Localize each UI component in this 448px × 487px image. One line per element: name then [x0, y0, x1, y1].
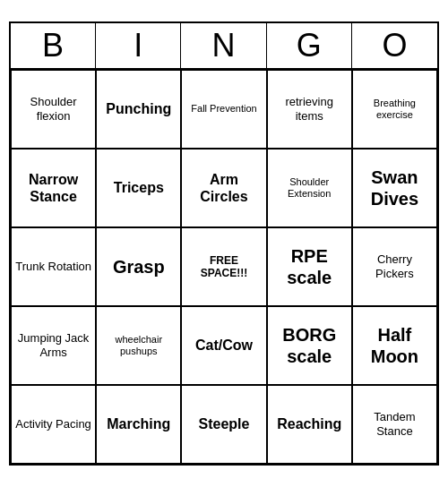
bingo-cell-2: Fall Prevention [181, 70, 266, 149]
bingo-cell-14: Cherry Pickers [352, 227, 437, 306]
header-letter-b: B [11, 23, 96, 68]
bingo-cell-6: Triceps [96, 149, 181, 227]
bingo-cell-9: Swan Dives [352, 149, 437, 227]
bingo-cell-4: Breathing exercise [352, 70, 437, 149]
bingo-header: BINGO [11, 23, 437, 70]
bingo-cell-8: Shoulder Extension [267, 149, 352, 227]
bingo-cell-16: wheelchair pushups [96, 306, 181, 385]
bingo-cell-12: FREE SPACE!!! [181, 227, 266, 306]
bingo-cell-17: Cat/Cow [181, 306, 266, 385]
bingo-cell-5: Narrow Stance [11, 149, 96, 227]
header-letter-i: I [96, 23, 181, 68]
bingo-cell-0: Shoulder flexion [11, 70, 96, 149]
bingo-cell-11: Grasp [96, 227, 181, 306]
bingo-grid: Shoulder flexionPunchingFall Preventionr… [11, 70, 437, 464]
bingo-cell-10: Trunk Rotation [11, 227, 96, 306]
bingo-cell-21: Marching [96, 385, 181, 464]
bingo-cell-1: Punching [96, 70, 181, 149]
bingo-cell-3: retrieving items [267, 70, 352, 149]
bingo-cell-20: Activity Pacing [11, 385, 96, 464]
bingo-cell-22: Steeple [181, 385, 266, 464]
header-letter-n: N [181, 23, 266, 68]
bingo-cell-24: Tandem Stance [352, 385, 437, 464]
header-letter-g: G [267, 23, 352, 68]
bingo-cell-18: BORG scale [267, 306, 352, 385]
bingo-card: BINGO Shoulder flexionPunchingFall Preve… [9, 21, 439, 466]
bingo-cell-23: Reaching [267, 385, 352, 464]
bingo-cell-19: Half Moon [352, 306, 437, 385]
header-letter-o: O [352, 23, 437, 68]
bingo-cell-13: RPE scale [267, 227, 352, 306]
bingo-cell-15: Jumping Jack Arms [11, 306, 96, 385]
bingo-cell-7: Arm Circles [181, 149, 266, 227]
